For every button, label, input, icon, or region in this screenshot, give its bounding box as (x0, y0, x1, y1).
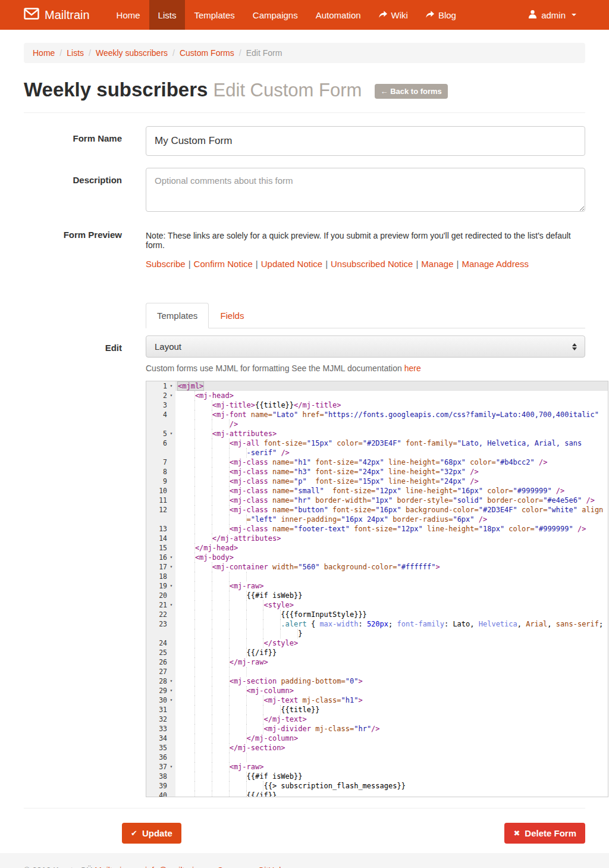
footer-link-info-mailtrain-org[interactable]: info@mailtrain.org (145, 866, 213, 868)
user-menu[interactable]: admin (519, 0, 585, 30)
editor-line[interactable]: <mj-head> (175, 391, 608, 400)
nav-item-templates[interactable]: Templates (185, 0, 243, 30)
fold-icon[interactable]: ▾ (167, 581, 175, 591)
tab-fields[interactable]: Fields (209, 303, 255, 328)
editor-line[interactable]: </mj-raw> (175, 657, 608, 667)
form-name-input[interactable] (146, 126, 585, 156)
fold-icon[interactable]: ▾ (167, 695, 175, 705)
editor-line-number: 1▾ (146, 381, 175, 391)
fold-icon[interactable]: ▾ (167, 762, 175, 772)
editor-line[interactable]: <mjml> (175, 381, 608, 391)
fold-icon[interactable]: ▾ (167, 429, 175, 438)
description-textarea[interactable] (146, 168, 585, 212)
editor-line[interactable]: {{#if isWeb}} (175, 591, 608, 600)
editor-line[interactable]: <mj-class name="h1" font-size="42px" lin… (175, 457, 608, 467)
nav-item-wiki[interactable]: Wiki (370, 0, 417, 30)
code-editor[interactable]: 1▾2▾345▾678910111213141516▾17▾1819▾2021▾… (146, 381, 608, 797)
editor-line[interactable]: </mj-column> (175, 734, 608, 743)
fold-icon[interactable]: ▾ (167, 381, 175, 391)
nav-item-home[interactable]: Home (108, 0, 149, 30)
breadcrumb-link-home[interactable]: Home (33, 48, 55, 58)
editor-line[interactable]: <mj-class name="button" font-size="16px"… (175, 505, 608, 515)
editor-line[interactable]: <style> (175, 600, 608, 610)
editor-line[interactable]: <mj-body> (175, 553, 608, 562)
fold-icon[interactable]: ▾ (167, 676, 175, 686)
editor-line-number: 29▾ (146, 686, 175, 695)
preview-link-subscribe[interactable]: Subscribe (146, 259, 186, 269)
fold-icon[interactable]: ▾ (167, 553, 175, 562)
preview-link-updated-notice[interactable]: Updated Notice (261, 259, 322, 269)
fold-icon[interactable]: ▾ (167, 391, 175, 400)
brand-link[interactable]: Mailtrain (24, 0, 102, 30)
editor-line[interactable]: {{/if}} (175, 791, 608, 797)
brand-label: Mailtrain (45, 8, 90, 22)
preview-link-manage[interactable]: Manage (421, 259, 453, 269)
editor-line[interactable]: <mj-all font-size="15px" color="#2D3E4F"… (175, 438, 608, 448)
editor-line-number: 10 (146, 486, 175, 496)
editor-line[interactable]: {{/if}} (175, 648, 608, 657)
editor-line[interactable]: <mj-font name="Lato" href="https://fonts… (175, 410, 608, 419)
editor-line[interactable]: <mj-class name="p" font-size="15px" line… (175, 477, 608, 486)
nav-item-automation[interactable]: Automation (307, 0, 370, 30)
editor-line[interactable]: </style> (175, 638, 608, 648)
editor-line[interactable]: <mj-class name="h3" font-size="24px" lin… (175, 467, 608, 477)
editor-line[interactable]: <mj-class name="hr" border-width="1px" b… (175, 496, 608, 505)
editor-line[interactable]: ="left" inner-padding="16px 24px" border… (175, 515, 608, 524)
tab-templates[interactable]: Templates (146, 303, 209, 328)
editor-line-number: 28▾ (146, 676, 175, 686)
preview-link-manage-address[interactable]: Manage Address (462, 259, 529, 269)
editor-line[interactable]: <mj-raw> (175, 581, 608, 591)
editor-line[interactable]: <mj-section padding-bottom="0"> (175, 676, 608, 686)
nav-item-lists[interactable]: Lists (149, 0, 186, 30)
breadcrumb-link-weekly-subscribers[interactable]: Weekly subscribers (96, 48, 168, 58)
link-separator: | (322, 259, 331, 269)
editor-line[interactable]: <mj-class name="footer-text" font-size="… (175, 524, 608, 534)
editor-line[interactable]: /> (175, 419, 608, 429)
editor-line-number: 7 (146, 457, 175, 467)
editor-line[interactable]: {{title}} (175, 705, 608, 715)
editor-line[interactable]: <mj-class name="small" font-size="12px" … (175, 486, 608, 496)
editor-line[interactable]: </mj-text> (175, 715, 608, 724)
back-to-forms-button[interactable]: ← Back to forms (375, 84, 448, 99)
editor-line[interactable]: {{> subscription_flash_messages}} (175, 781, 608, 791)
mjml-doc-link[interactable]: here (404, 364, 421, 373)
editor-line-number: 39 (146, 781, 175, 791)
editor-line[interactable]: </mj-section> (175, 743, 608, 753)
editor-line[interactable]: .alert { max-width: 520px; font-family: … (175, 619, 608, 629)
template-select[interactable]: Layout (146, 336, 585, 358)
editor-line[interactable]: <mj-divider mj-class="hr"/> (175, 724, 608, 734)
editor-line[interactable] (175, 667, 608, 676)
editor-line[interactable]: </mj-attributes> (175, 534, 608, 543)
editor-line[interactable]: <mj-attributes> (175, 429, 608, 438)
editor-line[interactable]: {{{formInputStyle}}} (175, 610, 608, 619)
editor-line[interactable]: {{#if isWeb}} (175, 772, 608, 781)
breadcrumb-link-custom-forms[interactable]: Custom Forms (180, 48, 234, 58)
editor-line[interactable]: } (175, 629, 608, 638)
editor-line[interactable] (175, 753, 608, 762)
breadcrumb-link-lists[interactable]: Lists (67, 48, 84, 58)
nav-item-campaigns[interactable]: Campaigns (244, 0, 307, 30)
editor-line[interactable]: <mj-raw> (175, 762, 608, 772)
editor-line[interactable] (175, 572, 608, 581)
editor-line[interactable]: <mj-text mj-class="h1"> (175, 695, 608, 705)
preview-link-confirm-notice[interactable]: Confirm Notice (194, 259, 253, 269)
footer-link-source-on-github[interactable]: Source on GitHub (218, 866, 284, 868)
user-nav: admin (519, 0, 585, 30)
editor-line[interactable]: <mj-title>{{title}}</mj-title> (175, 400, 608, 410)
footer-link-mailtrain-org[interactable]: Mailtrain.org (95, 866, 140, 868)
editor-line-number: 38 (146, 772, 175, 781)
editor-line[interactable]: -serif" /> (175, 448, 608, 457)
editor-line-number: 2▾ (146, 391, 175, 400)
fold-icon[interactable]: ▾ (167, 686, 175, 695)
nav-item-blog[interactable]: Blog (417, 0, 465, 30)
fold-icon[interactable]: ▾ (167, 600, 175, 610)
editor-line[interactable]: </mj-head> (175, 543, 608, 553)
fold-icon[interactable]: ▾ (167, 562, 175, 572)
editor-line[interactable]: <mj-container width="560" background-col… (175, 562, 608, 572)
update-button[interactable]: ✔ Update (122, 823, 181, 844)
editor-code-area[interactable]: <mjml><mj-head><mj-title>{{title}}</mj-t… (175, 381, 608, 797)
preview-link-unsubscribed-notice[interactable]: Unsubscribed Notice (331, 259, 413, 269)
check-icon: ✔ (131, 829, 137, 838)
editor-line[interactable]: <mj-column> (175, 686, 608, 695)
delete-form-button[interactable]: ✖ Delete Form (504, 823, 585, 844)
